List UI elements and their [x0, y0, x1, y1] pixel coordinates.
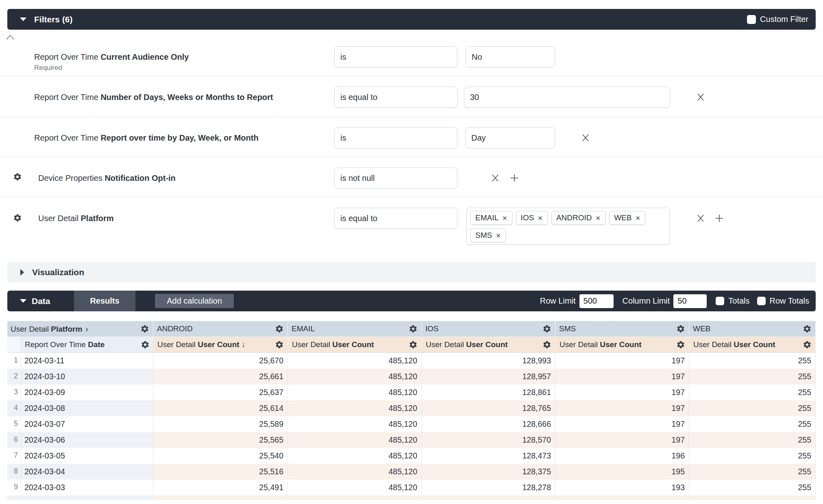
- date-field-header[interactable]: Report Over Time Date: [21, 337, 153, 352]
- value-cell-ios[interactable]: 128,375: [422, 464, 555, 480]
- measure-header-sms[interactable]: User Detail User Count: [555, 337, 689, 352]
- gear-icon[interactable]: [542, 324, 551, 333]
- remove-filter-icon[interactable]: [696, 92, 705, 102]
- gear-icon[interactable]: [803, 324, 812, 333]
- value-cell-email[interactable]: 485,120: [288, 369, 422, 385]
- totals-checkbox[interactable]: [716, 297, 724, 305]
- filter-condition-select[interactable]: is: [334, 46, 457, 67]
- tag-remove-icon[interactable]: ✕: [496, 232, 501, 239]
- add-filter-icon[interactable]: [509, 173, 519, 183]
- custom-filter-checkbox[interactable]: [747, 15, 756, 24]
- value-cell-email[interactable]: 485,120: [288, 480, 422, 495]
- value-cell-web[interactable]: 255: [689, 464, 816, 480]
- value-cell-email[interactable]: 485,120: [288, 448, 422, 464]
- date-cell[interactable]: 2024-03-11: [21, 353, 153, 369]
- value-cell-web[interactable]: 255: [689, 480, 816, 495]
- pivot-value-header-email[interactable]: EMAIL: [288, 321, 422, 337]
- filter-condition-select[interactable]: is: [334, 127, 457, 148]
- pivot-field-header[interactable]: User Detail Platform›: [7, 321, 153, 337]
- platform-tag-web[interactable]: WEB✕: [609, 211, 645, 225]
- date-cell[interactable]: 2024-03-10: [21, 369, 153, 385]
- value-cell-sms[interactable]: 197: [555, 353, 689, 369]
- value-cell-sms[interactable]: 197: [555, 416, 689, 432]
- add-filter-icon[interactable]: [714, 213, 724, 223]
- gear-icon[interactable]: [676, 340, 685, 349]
- filter-condition-select[interactable]: is equal to: [334, 208, 457, 229]
- date-cell[interactable]: 2024-03-04: [21, 464, 153, 480]
- value-cell-android[interactable]: [153, 495, 288, 500]
- value-cell-email[interactable]: 485,120: [288, 353, 422, 369]
- tag-remove-icon[interactable]: ✕: [502, 215, 507, 221]
- date-cell[interactable]: [21, 495, 153, 500]
- value-cell-sms[interactable]: 196: [555, 448, 689, 464]
- value-cell-android[interactable]: 25,589: [153, 416, 288, 432]
- filter-value-input[interactable]: Day: [465, 127, 555, 148]
- pivot-value-header-sms[interactable]: SMS: [555, 321, 689, 337]
- remove-filter-icon[interactable]: [581, 133, 590, 143]
- filter-value-input[interactable]: No: [466, 46, 555, 67]
- filter-value-input[interactable]: 30: [464, 87, 670, 108]
- value-cell-web[interactable]: 255: [689, 385, 816, 400]
- gear-icon[interactable]: [409, 340, 418, 349]
- value-cell-email[interactable]: [288, 495, 422, 500]
- visualization-section-header[interactable]: Visualization: [7, 262, 816, 282]
- value-cell-email[interactable]: 485,120: [288, 416, 422, 432]
- platform-tag-sms[interactable]: SMS✕: [470, 228, 506, 242]
- value-cell-ios[interactable]: 128,473: [422, 448, 555, 464]
- gear-icon[interactable]: [140, 324, 149, 333]
- value-cell-sms[interactable]: 195: [555, 464, 689, 480]
- measure-header-android[interactable]: User Detail User Count ↓: [153, 337, 288, 352]
- date-cell[interactable]: 2024-03-03: [21, 480, 153, 495]
- gear-icon[interactable]: [676, 324, 685, 333]
- value-cell-web[interactable]: 255: [689, 353, 816, 369]
- value-cell-ios[interactable]: 128,570: [422, 432, 555, 448]
- gear-icon[interactable]: [141, 340, 150, 349]
- date-cell[interactable]: 2024-03-09: [21, 385, 153, 400]
- value-cell-ios[interactable]: [422, 495, 555, 500]
- tag-remove-icon[interactable]: ✕: [596, 215, 601, 221]
- date-cell[interactable]: 2024-03-06: [21, 432, 153, 448]
- filter-condition-select[interactable]: is not null: [334, 167, 457, 189]
- filters-section-header[interactable]: Filters (6) Custom Filter: [7, 9, 816, 30]
- gear-icon[interactable]: [275, 324, 284, 333]
- measure-header-email[interactable]: User Detail User Count: [288, 337, 422, 352]
- value-cell-android[interactable]: 25,540: [153, 448, 288, 464]
- add-calculation-button[interactable]: Add calculation: [155, 294, 234, 308]
- value-cell-sms[interactable]: 197: [555, 369, 689, 385]
- measure-header-web[interactable]: User Detail User Count: [689, 337, 816, 352]
- remove-filter-icon[interactable]: [490, 173, 500, 183]
- value-cell-web[interactable]: 255: [689, 416, 816, 432]
- filter-value-tag-list[interactable]: EMAIL✕IOS✕ANDROID✕WEB✕SMS✕: [466, 208, 670, 245]
- value-cell-web[interactable]: [689, 495, 816, 500]
- value-cell-android[interactable]: 25,637: [153, 385, 288, 400]
- value-cell-android[interactable]: 25,516: [153, 464, 288, 480]
- value-cell-web[interactable]: 255: [689, 432, 816, 448]
- value-cell-android[interactable]: 25,614: [153, 400, 288, 416]
- value-cell-sms[interactable]: [555, 495, 689, 500]
- value-cell-sms[interactable]: 197: [555, 432, 689, 448]
- platform-tag-email[interactable]: EMAIL✕: [470, 211, 512, 225]
- column-limit-input[interactable]: [673, 294, 707, 308]
- filter-gear-icon[interactable]: [13, 172, 22, 181]
- value-cell-email[interactable]: 485,120: [288, 432, 422, 448]
- pivot-value-header-android[interactable]: ANDROID: [153, 321, 288, 337]
- platform-tag-ios[interactable]: IOS✕: [516, 211, 548, 225]
- platform-tag-android[interactable]: ANDROID✕: [551, 211, 605, 225]
- pivot-value-header-ios[interactable]: IOS: [422, 321, 555, 337]
- gear-icon[interactable]: [803, 340, 812, 349]
- gear-icon[interactable]: [409, 324, 418, 333]
- value-cell-sms[interactable]: 197: [555, 385, 689, 400]
- tag-remove-icon[interactable]: ✕: [538, 215, 543, 221]
- measure-header-ios[interactable]: User Detail User Count: [422, 337, 555, 352]
- value-cell-android[interactable]: 25,661: [153, 369, 288, 385]
- filter-condition-select[interactable]: is equal to: [334, 87, 457, 108]
- date-cell[interactable]: 2024-03-07: [21, 416, 153, 432]
- value-cell-web[interactable]: 255: [689, 400, 816, 416]
- value-cell-web[interactable]: 255: [689, 448, 816, 464]
- value-cell-web[interactable]: 255: [689, 369, 816, 385]
- date-cell[interactable]: 2024-03-05: [21, 448, 153, 464]
- tag-remove-icon[interactable]: ✕: [635, 215, 640, 221]
- row-totals-checkbox[interactable]: [757, 297, 766, 305]
- value-cell-ios[interactable]: 128,765: [422, 400, 555, 416]
- gear-icon[interactable]: [275, 340, 284, 349]
